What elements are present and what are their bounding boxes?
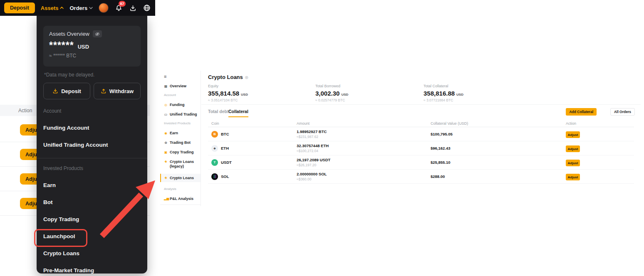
hide-balance-button[interactable] [93, 30, 102, 37]
sidebar-collapse-button[interactable]: ≡ [164, 74, 201, 80]
chevron-down-icon [89, 7, 93, 9]
download-tray-icon [129, 5, 136, 12]
menu-item-copy-trading[interactable]: Copy Trading [43, 216, 141, 222]
masked-btc-value: ≈ ****** BTC [49, 53, 135, 59]
funding-icon: ◎ [164, 103, 168, 107]
crypto-loans-legacy-icon: ◈ [164, 160, 168, 164]
unified-trading-icon: ▭ [164, 113, 168, 116]
download-app-button[interactable] [129, 4, 137, 12]
table-row-eth: ◆ ETH 32.30757448 ETH ≈$100,272.04 $96,1… [208, 141, 634, 155]
crypto-loans-page-inset: ≡ ▦ Overview Account ◎ Funding ▭ Unified… [160, 71, 641, 212]
earn-icon: ◉ [164, 131, 168, 135]
crypto-loans-icon: ◈ [164, 176, 168, 180]
table-row-sol: SOL 2.00000000 SOL ≈$360.00 $288.00 Adju… [208, 170, 634, 184]
sidebar-item-pnl-analysis[interactable]: ▂▅ P&L Analysis [164, 197, 201, 201]
adjust-button-sol[interactable]: Adjust [566, 174, 580, 180]
sidebar-item-funding[interactable]: ◎ Funding [164, 103, 201, 107]
deposit-icon [52, 88, 58, 94]
stat-equity: Equity 355,814.58 USD ≈ 3.05147104 BTC [208, 84, 248, 102]
eth-icon: ◆ [211, 145, 218, 152]
table-row-btc: B BTC 1.98952927 BTC ≈$231,987.62 $100,7… [208, 127, 634, 141]
stats-row: Equity 355,814.58 USD ≈ 3.05147104 BTC T… [201, 84, 641, 105]
notification-badge: 87 [119, 1, 126, 7]
adjust-button-eth[interactable]: Adjust [566, 145, 580, 152]
inset-content: Crypto Loans ◎ Equity 355,814.58 USD ≈ 3… [201, 71, 641, 184]
sidebar-item-unified-trading[interactable]: ▭ Unified Trading [164, 112, 201, 116]
all-orders-button[interactable]: All Orders [610, 108, 635, 116]
invested-products-section-label: Invested Products [43, 165, 141, 171]
account-section-label: Account [43, 108, 141, 114]
sidebar-account-label: Account [164, 93, 201, 97]
usdt-icon: T [211, 159, 218, 166]
sidebar-item-overview[interactable]: ▦ Overview [164, 84, 201, 88]
avatar[interactable] [99, 3, 109, 13]
nav-orders-menu[interactable]: Orders [69, 5, 93, 11]
tabs-row: Total debt Collateral Add Collateral All… [201, 107, 641, 119]
sidebar-item-trading-bot[interactable]: ⊙ Trading Bot [164, 140, 201, 145]
assets-overview-title: Assets Overview [49, 31, 89, 37]
section-divider [37, 158, 147, 158]
sol-icon [211, 173, 218, 180]
inset-sidebar: ≡ ▦ Overview Account ◎ Funding ▭ Unified… [160, 71, 201, 206]
globe-icon [143, 4, 151, 12]
panel-withdraw-button[interactable]: Withdraw [94, 83, 141, 99]
sidebar-analysis-label: Analysis [164, 187, 201, 191]
stat-total-borrowed: Total Borrowed 3,002.30 USD ≈ 0.02574779… [315, 84, 348, 102]
menu-item-crypto-loans[interactable]: Crypto Loans [43, 250, 141, 256]
top-navbar: Deposit Assets Orders 87 [0, 0, 155, 16]
balance-currency: USD [78, 44, 89, 50]
collateral-table: Coin Amount Collateral Value (USD) Actio… [208, 120, 634, 184]
menu-item-unified-trading-account[interactable]: Unified Trading Account [43, 142, 141, 148]
add-collateral-button[interactable]: Add Collateral [566, 108, 597, 116]
sidebar-item-crypto-loans[interactable]: ◈ Crypto Loans [160, 174, 201, 182]
sidebar-item-crypto-loans-legacy[interactable]: ◈ Crypto Loans (legacy) [164, 160, 201, 169]
tab-total-debt[interactable]: Total debt [208, 109, 228, 114]
menu-item-launchpool[interactable]: Launchpool [43, 233, 141, 239]
chevron-up-icon [60, 7, 64, 9]
assets-overview-card: Assets Overview ****** USD ≈ ****** BTC [43, 26, 141, 67]
adjust-button-usdt[interactable]: Adjust [566, 160, 580, 166]
eye-off-icon [95, 32, 100, 36]
menu-item-bot[interactable]: Bot [43, 199, 141, 205]
menu-item-pre-market-trading[interactable]: Pre-Market Trading [43, 267, 141, 274]
table-header-row: Coin Amount Collateral Value (USD) Actio… [208, 120, 634, 127]
copy-trading-icon: ▣ [164, 150, 168, 154]
table-row-usdt: T USDT 26,197.2089 USDT ≈$26,197.20 $25,… [208, 155, 634, 170]
panel-deposit-button[interactable]: Deposit [43, 83, 90, 99]
language-button[interactable] [143, 4, 151, 12]
masked-balance-value: ****** [49, 40, 74, 51]
trading-bot-icon: ⊙ [164, 141, 168, 145]
tab-collateral[interactable]: Collateral [228, 109, 248, 117]
notifications-button[interactable]: 87 [114, 4, 123, 12]
data-delay-note: *Data may be delayed. [44, 72, 141, 78]
adjust-button-btc[interactable]: Adjust [566, 131, 580, 138]
nav-assets-menu[interactable]: Assets [41, 5, 64, 11]
menu-item-earn[interactable]: Earn [43, 182, 141, 188]
menu-item-funding-account[interactable]: Funding Account [43, 125, 141, 131]
stat-total-collateral: Total Collateral 358,816.88 USD ≈ 3.0772… [424, 84, 463, 102]
sidebar-divider [160, 205, 201, 205]
page-title: Crypto Loans [208, 74, 243, 80]
assets-dropdown-panel: Assets Overview ****** USD ≈ ****** BTC … [37, 16, 147, 274]
info-icon[interactable]: ◎ [245, 75, 248, 79]
withdraw-icon [101, 88, 107, 94]
sidebar-invested-label: Invested Products [164, 121, 201, 126]
btc-icon: B [211, 131, 218, 138]
sidebar-item-copy-trading[interactable]: ▣ Copy Trading [164, 150, 201, 154]
deposit-button[interactable]: Deposit [4, 2, 35, 13]
sidebar-item-earn[interactable]: ◉ Earn [164, 131, 201, 135]
pnl-analysis-icon: ▂▅ [164, 197, 168, 200]
overview-icon: ▦ [164, 84, 168, 88]
